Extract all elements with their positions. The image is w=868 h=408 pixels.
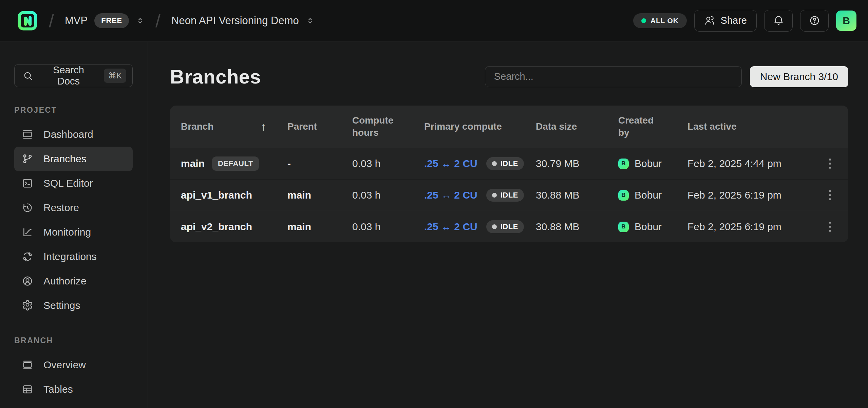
parent-cell: -	[287, 158, 352, 169]
compute-state-label: IDLE	[501, 159, 518, 168]
branch-name: api_v1_branch	[181, 189, 252, 201]
creator-avatar: B	[618, 222, 629, 232]
sidebar-item-tables[interactable]: Tables	[14, 377, 133, 402]
parent-cell: main	[287, 221, 352, 233]
parent-cell: main	[287, 189, 352, 201]
branches-icon	[22, 153, 33, 165]
sidebar-item-overview[interactable]: Overview	[14, 353, 133, 377]
compute-state-badge: IDLE	[486, 189, 524, 202]
column-header-primary-compute: Primary compute	[424, 121, 536, 132]
notifications-button[interactable]	[764, 10, 793, 32]
breadcrumb: / MVP FREE / Neon API Versioning Demo	[17, 10, 315, 31]
search-docs-button[interactable]: Search Docs ⌘K	[14, 64, 133, 87]
branch-name: api_v2_branch	[181, 221, 252, 233]
compute-size-link[interactable]: .25 ↔ 2 CU	[424, 221, 477, 233]
sidebar-item-branches[interactable]: Branches	[14, 147, 133, 171]
search-icon	[23, 71, 33, 81]
last-active-cell: Feb 2, 2025 4:44 pm	[687, 158, 811, 169]
sidebar-section-label: BRANCH	[14, 336, 133, 345]
plan-badge: FREE	[94, 13, 129, 28]
creator-avatar: B	[618, 159, 629, 169]
compute-hours-cell: 0.03 h	[352, 189, 424, 201]
project-selector[interactable]: Neon API Versioning Demo	[171, 14, 315, 27]
share-label: Share	[721, 15, 747, 26]
bell-icon	[773, 15, 784, 26]
column-header-data-size: Data size	[536, 121, 618, 132]
table-row[interactable]: main DEFAULT - 0.03 h .25 ↔ 2 CU IDLE 30…	[170, 148, 848, 179]
status-dot-icon	[641, 18, 646, 23]
table-header: Branch ↑ Parent Compute hours Primary co…	[170, 106, 848, 148]
column-header-compute-hours: Compute hours	[352, 114, 424, 139]
status-pill[interactable]: ALL OK	[633, 13, 687, 28]
help-icon	[809, 15, 820, 26]
users-icon	[704, 15, 715, 26]
table-row[interactable]: api_v1_branch main 0.03 h .25 ↔ 2 CU IDL…	[170, 179, 848, 211]
table-body: main DEFAULT - 0.03 h .25 ↔ 2 CU IDLE 30…	[170, 148, 848, 242]
breadcrumb-divider: /	[49, 10, 54, 31]
top-header: / MVP FREE / Neon API Versioning Demo AL…	[0, 0, 868, 41]
row-menu-button[interactable]	[824, 185, 836, 205]
project-name: Neon API Versioning Demo	[171, 15, 299, 27]
org-name: MVP	[65, 15, 88, 27]
settings-icon	[22, 300, 33, 311]
data-size-cell: 30.88 MB	[536, 189, 618, 201]
new-branch-button[interactable]: New Branch 3/10	[750, 66, 848, 87]
row-menu-button[interactable]	[824, 154, 836, 173]
column-header-branch[interactable]: Branch ↑	[181, 120, 287, 133]
neon-logo-icon[interactable]	[17, 10, 38, 31]
column-header-created-by: Created by	[618, 114, 687, 139]
integrations-icon	[22, 251, 33, 262]
compute-hours-cell: 0.03 h	[352, 221, 424, 233]
compute-size-link[interactable]: .25 ↔ 2 CU	[424, 158, 477, 169]
page-head: Branches New Branch 3/10	[170, 65, 848, 88]
authorize-icon	[22, 275, 33, 287]
help-button[interactable]	[800, 10, 829, 32]
sidebar-nav: PROJECT Dashboard Branches SQL Editor Re…	[14, 106, 133, 402]
org-selector[interactable]: MVP FREE	[65, 13, 145, 28]
restore-icon	[22, 202, 33, 214]
header-actions: ALL OK Share B	[633, 10, 856, 32]
search-docs-label: Search Docs	[41, 64, 96, 87]
main-content: Branches New Branch 3/10 Branch ↑ Parent…	[148, 41, 868, 408]
tables-icon	[22, 384, 33, 395]
branches-table: Branch ↑ Parent Compute hours Primary co…	[170, 106, 848, 242]
creator-name: Bobur	[635, 158, 662, 169]
breadcrumb-divider: /	[155, 10, 161, 31]
sidebar-item-integrations[interactable]: Integrations	[14, 244, 133, 269]
compute-hours-cell: 0.03 h	[352, 158, 424, 169]
head-actions: New Branch 3/10	[485, 66, 848, 87]
idle-dot-icon	[492, 224, 497, 229]
data-size-cell: 30.79 MB	[536, 158, 618, 169]
page-title: Branches	[170, 65, 261, 88]
last-active-cell: Feb 2, 2025 6:19 pm	[687, 221, 811, 233]
shortcut-badge: ⌘K	[104, 69, 126, 83]
branch-name: main	[181, 158, 205, 169]
share-button[interactable]: Share	[694, 10, 757, 32]
sidebar-section: PROJECT Dashboard Branches SQL Editor Re…	[14, 106, 133, 318]
user-avatar[interactable]: B	[836, 11, 856, 31]
row-menu-button[interactable]	[824, 217, 836, 237]
data-size-cell: 30.88 MB	[536, 221, 618, 233]
monitoring-icon	[22, 226, 33, 238]
sidebar-item-monitoring[interactable]: Monitoring	[14, 220, 133, 244]
chevron-updown-icon	[306, 14, 315, 27]
branch-search-input[interactable]	[485, 66, 742, 87]
creator-name: Bobur	[635, 221, 662, 233]
sidebar-item-sql-editor[interactable]: SQL Editor	[14, 171, 133, 196]
table-row[interactable]: api_v2_branch main 0.03 h .25 ↔ 2 CU IDL…	[170, 211, 848, 242]
sidebar-item-settings[interactable]: Settings	[14, 293, 133, 318]
idle-dot-icon	[492, 161, 497, 166]
idle-dot-icon	[492, 193, 497, 198]
sidebar-item-dashboard[interactable]: Dashboard	[14, 122, 133, 147]
overview-icon	[22, 359, 33, 371]
sidebar-item-restore[interactable]: Restore	[14, 196, 133, 220]
sidebar-item-authorize[interactable]: Authorize	[14, 269, 133, 293]
column-header-parent: Parent	[287, 121, 352, 132]
chevron-updown-icon	[136, 14, 145, 27]
compute-state-badge: IDLE	[486, 157, 524, 170]
compute-size-link[interactable]: .25 ↔ 2 CU	[424, 189, 477, 201]
creator-name: Bobur	[635, 189, 662, 201]
compute-state-label: IDLE	[501, 222, 518, 231]
creator-avatar: B	[618, 190, 629, 201]
avatar-initial: B	[843, 15, 850, 26]
